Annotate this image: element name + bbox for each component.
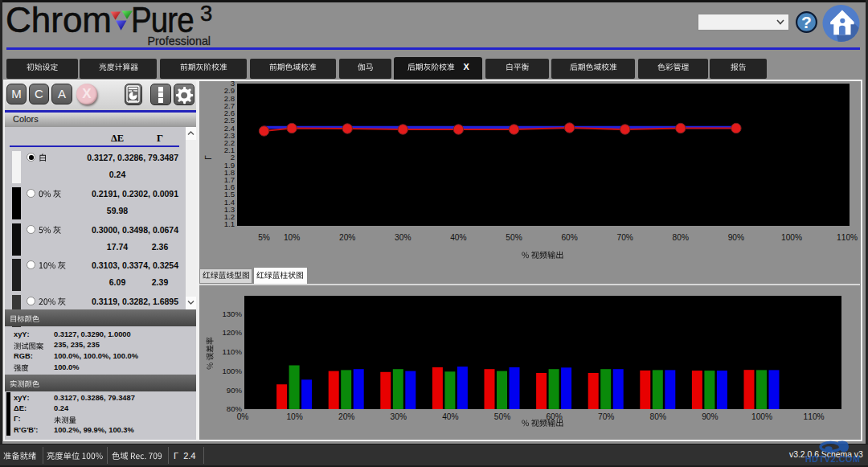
svg-text:50%: 50% <box>506 233 522 242</box>
svg-text:20%: 20% <box>339 233 355 242</box>
svg-text:5%: 5% <box>258 233 270 242</box>
svg-text:80%: 80% <box>673 233 689 242</box>
svg-text:Γ: Γ <box>204 155 213 160</box>
svg-text:?: ? <box>801 13 812 31</box>
svg-text:100%: 100% <box>781 233 802 242</box>
svg-text:70%: 70% <box>598 412 614 421</box>
svg-text:90%: 90% <box>728 233 744 242</box>
svg-text:30%: 30% <box>395 233 411 242</box>
svg-text:100%: 100% <box>222 367 242 375</box>
svg-text:10%: 10% <box>284 233 300 242</box>
svg-text:90%: 90% <box>227 386 243 395</box>
svg-text:120%: 120% <box>222 328 242 337</box>
svg-text:10%: 10% <box>286 412 302 421</box>
svg-text:60%: 60% <box>561 233 577 242</box>
svg-text:70%: 70% <box>617 233 633 242</box>
svg-text:130%: 130% <box>222 309 242 318</box>
svg-text:40%: 40% <box>442 412 458 421</box>
svg-text:50%: 50% <box>494 412 510 421</box>
svg-text:90%: 90% <box>702 412 718 421</box>
svg-text:110%: 110% <box>837 233 858 242</box>
svg-text:HDTV2.COM: HDTV2.COM <box>805 454 861 464</box>
svg-text:1.1: 1.1 <box>224 219 235 228</box>
svg-text:20%: 20% <box>338 412 354 421</box>
svg-text:40%: 40% <box>450 233 466 242</box>
svg-text:30%: 30% <box>391 412 407 421</box>
svg-text:0%: 0% <box>237 412 249 421</box>
svg-text:110%: 110% <box>222 347 242 356</box>
svg-text:100%: 100% <box>751 412 772 421</box>
svg-text:80%: 80% <box>650 412 666 421</box>
svg-text:110%: 110% <box>804 412 825 421</box>
